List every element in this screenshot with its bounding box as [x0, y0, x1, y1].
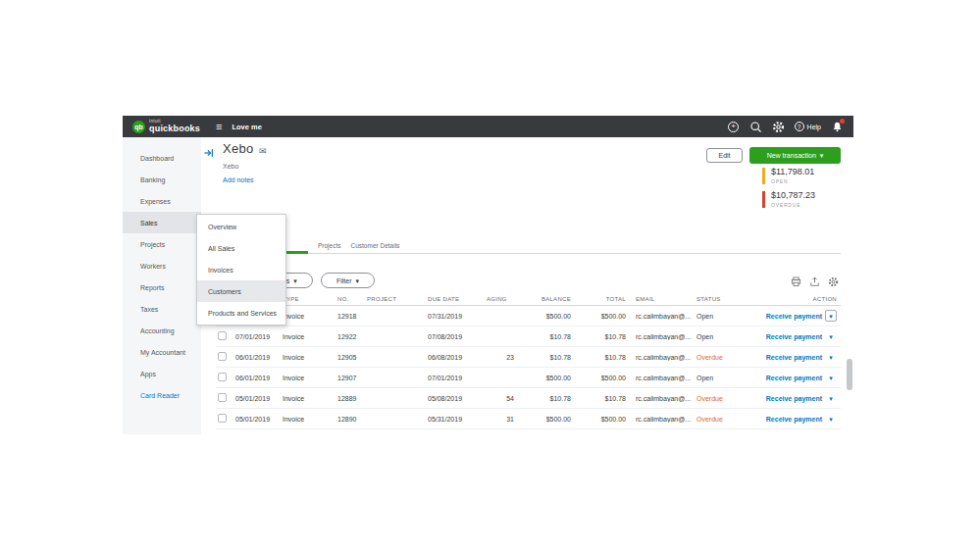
cell-no: 12905: [337, 354, 367, 361]
table-row: 05/01/2019 Invoice 12889 05/08/2019 54 $…: [216, 388, 841, 409]
caret-down-icon: ▾: [356, 277, 360, 284]
filter-button[interactable]: Filter ▾: [321, 273, 375, 288]
status-badge: Overdue: [695, 395, 744, 402]
col-header-project[interactable]: PROJECT: [367, 296, 428, 302]
cell-total: $500.00: [571, 416, 626, 423]
receive-payment-link[interactable]: Receive payment: [766, 395, 822, 402]
sidebar-item-sales[interactable]: Sales: [123, 212, 201, 233]
cell-balance: $500.00: [516, 313, 571, 320]
vertical-scrollbar-thumb[interactable]: [847, 359, 852, 390]
sidebar-item-expenses[interactable]: Expenses: [123, 190, 201, 212]
add-notes-link[interactable]: Add notes: [223, 176, 254, 183]
cell-no: 12918: [337, 313, 367, 320]
transaction-table: DATE TYPE NO. PROJECT DUE DATE AGING BAL…: [216, 292, 841, 429]
receive-payment-link[interactable]: Receive payment: [766, 375, 822, 381]
tab-customer-details[interactable]: Customer Details: [350, 242, 399, 253]
receive-payment-link[interactable]: Receive payment: [766, 354, 822, 361]
sidebar-item-reports[interactable]: Reports: [123, 276, 201, 298]
col-header-total[interactable]: TOTAL: [571, 296, 626, 302]
quickbooks-logo: qb intuit quickbooks: [132, 120, 200, 133]
cell-no: 12907: [337, 375, 367, 381]
sidebar-item-apps[interactable]: Apps: [123, 363, 201, 384]
menu-item-invoices[interactable]: Invoices: [197, 259, 285, 280]
col-header-balance[interactable]: BALANCE: [516, 296, 571, 302]
receive-payment-link[interactable]: Receive payment: [766, 416, 822, 423]
cell-date: 07/01/2019: [235, 333, 283, 340]
edit-button[interactable]: Edit: [706, 148, 743, 163]
intuit-brand-label: intuit: [149, 120, 200, 125]
create-plus-icon[interactable]: +: [727, 120, 741, 133]
cell-aging: 31: [487, 416, 516, 423]
menu-item-all-sales[interactable]: All Sales: [197, 237, 285, 259]
sidebar-item-accounting[interactable]: Accounting: [123, 320, 201, 341]
action-menu-button[interactable]: ▾: [825, 392, 837, 404]
table-row: 07/01/2019 Invoice 12922 07/08/2019 $10.…: [216, 326, 841, 347]
new-transaction-button[interactable]: New transaction ▾: [749, 147, 841, 164]
sidebar-item-projects[interactable]: Projects: [123, 233, 201, 255]
cell-type: Invoice: [283, 375, 337, 381]
search-icon[interactable]: [749, 120, 763, 133]
action-menu-button[interactable]: ▾: [825, 330, 837, 342]
sidebar-item-banking[interactable]: Banking: [123, 169, 201, 190]
cell-date: 05/01/2019: [235, 395, 283, 402]
help-label: Help: [807, 124, 821, 130]
notifications-bell-icon[interactable]: [830, 120, 844, 133]
menu-item-products-and-services[interactable]: Products and Services: [197, 302, 285, 324]
tab-projects[interactable]: Projects: [318, 242, 340, 253]
action-menu-button[interactable]: ▾: [825, 310, 837, 322]
table-row: 06/01/2019 Invoice 12907 07/01/2019 $500…: [216, 368, 841, 388]
sidebar-item-taxes[interactable]: Taxes: [123, 298, 201, 320]
cell-no: 12922: [337, 333, 367, 340]
cell-balance: $10.78: [516, 354, 571, 361]
col-header-no[interactable]: NO.: [337, 296, 367, 302]
row-checkbox[interactable]: [218, 373, 227, 381]
cell-total: $10.78: [571, 395, 626, 402]
sidebar-nav: Dashboard Banking Expenses Sales Project…: [123, 137, 201, 434]
action-menu-button[interactable]: ▾: [825, 413, 837, 425]
sidebar-item-workers[interactable]: Workers: [123, 255, 201, 276]
col-header-due-date[interactable]: DUE DATE: [428, 296, 487, 302]
cell-due-date: 06/08/2019: [428, 354, 487, 361]
cell-balance: $500.00: [516, 375, 571, 381]
receive-payment-link[interactable]: Receive payment: [766, 313, 822, 320]
sidebar-item-my-accountant[interactable]: My Accountant: [123, 341, 201, 363]
table-settings-gear-icon[interactable]: [828, 276, 839, 287]
cell-email: rc.calimbayan@...: [626, 395, 695, 402]
customer-company: Xebo: [223, 163, 238, 170]
row-checkbox[interactable]: [218, 331, 227, 340]
help-button[interactable]: ? Help: [795, 122, 821, 131]
menu-item-customers[interactable]: Customers: [197, 280, 285, 302]
row-checkbox[interactable]: [218, 352, 227, 361]
caret-down-icon: ▾: [820, 152, 824, 159]
action-menu-button[interactable]: ▾: [825, 372, 837, 383]
sales-submenu: Overview All Sales Invoices Customers Pr…: [196, 214, 286, 326]
col-header-action: ACTION: [744, 296, 841, 302]
overdue-label: OVERDUE: [771, 202, 815, 208]
action-menu-button[interactable]: ▾: [825, 351, 837, 363]
col-header-email[interactable]: EMAIL: [626, 296, 695, 302]
receive-payment-link[interactable]: Receive payment: [766, 333, 822, 340]
caret-down-icon: ▾: [293, 277, 297, 284]
sidebar-item-dashboard[interactable]: Dashboard: [123, 147, 201, 169]
open-balance-summary: $11,798.01 OPEN: [762, 168, 814, 184]
gear-icon[interactable]: [772, 120, 786, 133]
cell-balance: $10.78: [516, 333, 571, 340]
hamburger-menu-icon[interactable]: ≡: [216, 122, 222, 132]
row-checkbox[interactable]: [218, 393, 227, 402]
cell-total: $500.00: [571, 375, 626, 381]
cell-due-date: 07/01/2019: [428, 375, 487, 381]
print-icon[interactable]: [791, 276, 801, 287]
menu-item-overview[interactable]: Overview: [197, 216, 285, 237]
col-header-aging[interactable]: AGING: [487, 296, 516, 302]
cell-due-date: 05/31/2019: [428, 416, 487, 423]
row-checkbox[interactable]: [218, 414, 227, 423]
col-header-type[interactable]: TYPE: [283, 296, 337, 302]
cell-type: Invoice: [283, 395, 337, 402]
status-badge: Open: [695, 333, 744, 340]
collapse-sidebar-icon[interactable]: [203, 147, 215, 159]
email-envelope-icon[interactable]: ✉: [259, 146, 267, 156]
col-header-status[interactable]: STATUS: [695, 296, 744, 302]
export-icon[interactable]: [809, 276, 820, 287]
table-row: Invoice 12918 07/31/2019 $500.00 $500.00…: [216, 306, 841, 326]
sidebar-item-card-reader[interactable]: Card Reader: [123, 384, 201, 406]
